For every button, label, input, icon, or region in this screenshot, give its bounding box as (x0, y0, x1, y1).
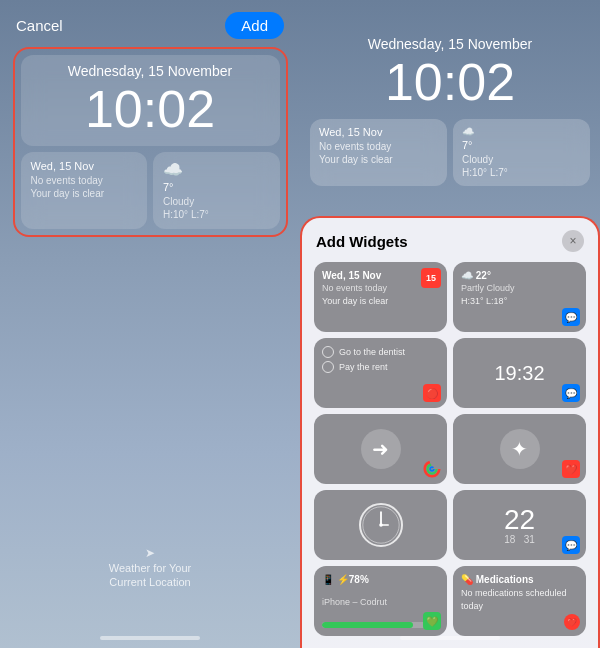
calendar-date-badge: 15 (421, 268, 441, 288)
alarm-time: 19:32 (494, 362, 544, 385)
messages-badge: 💬 (562, 308, 580, 326)
number-sub: 18 31 (504, 534, 535, 545)
battery-badge: 💚 (423, 612, 441, 630)
home-indicator (100, 636, 200, 640)
battery-grid-widget[interactable]: 📱 ⚡78% iPhone – Codrut 💚 (314, 566, 447, 636)
panel-title: Add Widgets (316, 233, 408, 250)
time-display: 10:02 (33, 81, 268, 138)
left-panel: Cancel Add Wednesday, 15 November 10:02 … (0, 0, 300, 648)
alarm-badge: 💬 (562, 384, 580, 402)
battery-subtitle: iPhone – Codrut (322, 597, 439, 609)
radio-icon-2 (322, 361, 334, 373)
top-bar: Cancel Add (0, 0, 300, 47)
right-weather-condition: Cloudy H:10° L:7° (462, 153, 581, 179)
clock-face (359, 503, 403, 547)
weather-widget-left: ☁️ 7° Cloudy H:10° L:7° (153, 152, 280, 229)
add-button[interactable]: Add (225, 12, 284, 39)
medications-badge: ❤️ (564, 614, 580, 630)
battery-title: 📱 ⚡78% (322, 574, 439, 585)
right-date: Wednesday, 15 November (368, 36, 532, 52)
sparkles-badge: ❤️ (562, 460, 580, 478)
medications-grid-widget[interactable]: 💊 Medications No medications scheduled t… (453, 566, 586, 636)
reminder-item-1: Go to the dentist (322, 346, 439, 359)
calendar-grid-widget[interactable]: Wed, 15 Nov No events today Your day is … (314, 262, 447, 332)
date-widget: Wednesday, 15 November 10:02 (21, 55, 280, 146)
calendar-day: Wed, 15 Nov (31, 160, 138, 172)
svg-point-6 (379, 523, 383, 527)
right-weather-widget: ☁️ 7° Cloudy H:10° L:7° (453, 119, 590, 186)
location-arrow-icon: ➤ (145, 546, 155, 560)
right-header: Wednesday, 15 November 10:02 (368, 0, 532, 119)
close-panel-button[interactable]: × (562, 230, 584, 252)
widget-selection-box: Wednesday, 15 November 10:02 Wed, 15 Nov… (13, 47, 288, 237)
svg-point-1 (428, 465, 437, 474)
sparkles-icon: ✦ (500, 429, 540, 469)
panel-header: Add Widgets × (314, 230, 586, 252)
reminder-text-2: Pay the rent (339, 361, 388, 374)
home-indicator-right (400, 636, 500, 640)
right-time: 10:02 (368, 54, 532, 111)
gw-weather-title: ☁️ 22° (461, 270, 578, 281)
sparkles-grid-widget[interactable]: ✦ ❤️ (453, 414, 586, 484)
right-weather-temp: 7° (462, 139, 581, 151)
cancel-button[interactable]: Cancel (16, 17, 63, 34)
alarm-grid-widget[interactable]: 19:32 💬 (453, 338, 586, 408)
activity-ring-icon (423, 460, 441, 478)
medications-body: No medications scheduled today (461, 587, 578, 612)
date-display: Wednesday, 15 November (33, 63, 268, 79)
widgets-grid: Wed, 15 Nov No events today Your day is … (314, 262, 586, 636)
weather-temp: 7° (163, 181, 270, 193)
reminder-item-2: Pay the rent (322, 361, 439, 374)
reminder-text-1: Go to the dentist (339, 346, 405, 359)
add-widgets-panel: Add Widgets × Wed, 15 Nov No events toda… (300, 216, 600, 648)
right-calendar-widget: Wed, 15 Nov No events today Your day is … (310, 119, 447, 186)
number-grid-widget[interactable]: 22 18 31 💬 (453, 490, 586, 560)
right-panel: Wednesday, 15 November 10:02 Wed, 15 Nov… (300, 0, 600, 648)
reminder-badge: 🔴 (423, 384, 441, 402)
cloud-icon: ☁️ (163, 160, 270, 179)
analog-clock-widget[interactable] (314, 490, 447, 560)
right-calendar-day: Wed, 15 Nov (319, 126, 438, 138)
gw-weather-sub: Partly Cloudy (461, 283, 578, 295)
location-label: ➤ Weather for Your Current Location (109, 546, 191, 588)
calendar-events: No events today Your day is clear (31, 174, 138, 200)
clock-svg (361, 503, 401, 547)
battery-bar (322, 622, 439, 628)
svg-point-2 (430, 467, 434, 471)
weather-grid-widget[interactable]: ☁️ 22° Partly Cloudy H:31° L:18° 💬 (453, 262, 586, 332)
shortcuts-grid-widget[interactable]: ➜ (314, 414, 447, 484)
widgets-row: Wed, 15 Nov No events today Your day is … (21, 152, 280, 229)
gw-calendar-body: Your day is clear (322, 295, 439, 308)
battery-fill (322, 622, 413, 628)
cloud-icon-right: ☁️ (462, 126, 581, 137)
right-widgets-row: Wed, 15 Nov No events today Your day is … (310, 119, 590, 186)
number-badge: 💬 (562, 536, 580, 554)
weather-condition: Cloudy H:10° L:7° (163, 195, 270, 221)
gw-weather-body: H:31° L:18° (461, 295, 578, 308)
medications-title: 💊 Medications (461, 574, 578, 585)
number-value: 22 (504, 506, 535, 534)
arrow-icon: ➜ (361, 429, 401, 469)
calendar-widget-left: Wed, 15 Nov No events today Your day is … (21, 152, 148, 229)
radio-icon-1 (322, 346, 334, 358)
right-calendar-events: No events today Your day is clear (319, 140, 438, 166)
reminders-grid-widget[interactable]: Go to the dentist Pay the rent 🔴 (314, 338, 447, 408)
